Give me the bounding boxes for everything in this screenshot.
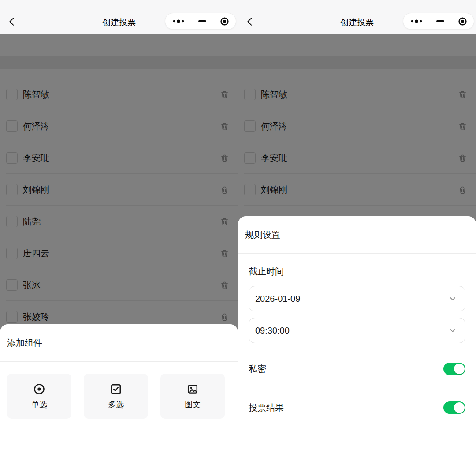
date-value: 2026-01-09 xyxy=(255,294,300,304)
minimize-icon[interactable] xyxy=(198,20,207,22)
rule-settings-sheet: 规则设置 截止时间 2026-01-09 09:30:00 私密 投票结果 xyxy=(238,216,476,450)
option-label: 图文 xyxy=(185,399,201,410)
results-label: 投票结果 xyxy=(249,402,284,414)
component-options: 单选 多选 图文 xyxy=(0,362,238,419)
exit-circle-icon[interactable] xyxy=(457,16,468,26)
more-dots-icon[interactable] xyxy=(409,19,424,24)
screen-add-component: 陈智敏 何泽涔 李安玭 刘锦刚 陆尧 唐四云 张冰 张姣玲 创建投票 添加组件 … xyxy=(0,0,238,450)
miniprogram-capsule xyxy=(403,13,474,30)
add-component-sheet: 添加组件 单选 多选 图文 xyxy=(0,324,238,450)
private-row: 私密 xyxy=(249,349,465,388)
checkbox-check-icon xyxy=(110,383,122,395)
deadline-label: 截止时间 xyxy=(249,266,465,278)
time-value: 09:30:00 xyxy=(255,326,290,336)
rules-body: 截止时间 2026-01-09 09:30:00 私密 投票结果 xyxy=(238,266,476,427)
miniprogram-capsule xyxy=(165,13,236,30)
minimize-icon[interactable] xyxy=(436,20,445,22)
option-single-choice[interactable]: 单选 xyxy=(7,374,71,419)
screen-rule-settings: 陈智敏 何泽涔 李安玭 刘锦刚 陆尧 唐四云 张冰 张姣玲 创建投票 规则设置 … xyxy=(238,0,476,450)
exit-circle-icon[interactable] xyxy=(219,16,230,26)
image-icon xyxy=(186,383,199,395)
private-toggle[interactable] xyxy=(443,363,465,375)
private-label: 私密 xyxy=(249,363,266,375)
results-toggle[interactable] xyxy=(443,401,465,414)
option-image-text[interactable]: 图文 xyxy=(160,374,225,419)
capsule-divider xyxy=(430,17,430,26)
navigation-bar: 创建投票 xyxy=(0,0,238,34)
capsule-divider xyxy=(451,17,451,26)
option-multi-choice[interactable]: 多选 xyxy=(84,374,148,419)
results-row: 投票结果 xyxy=(249,388,465,427)
toggle-knob xyxy=(454,402,465,413)
radio-icon xyxy=(33,383,45,395)
capsule-divider xyxy=(192,17,192,26)
navigation-bar: 创建投票 xyxy=(238,0,476,34)
toggle-knob xyxy=(454,364,465,374)
date-select[interactable]: 2026-01-09 xyxy=(249,286,465,311)
option-label: 多选 xyxy=(108,399,124,410)
more-dots-icon[interactable] xyxy=(171,19,186,24)
chevron-down-icon xyxy=(448,294,457,303)
chevron-down-icon xyxy=(448,326,457,335)
sheet-title: 添加组件 xyxy=(0,324,238,362)
option-label: 单选 xyxy=(31,399,47,410)
time-select[interactable]: 09:30:00 xyxy=(249,318,465,343)
capsule-divider xyxy=(213,17,213,26)
sheet-title: 规则设置 xyxy=(238,216,476,254)
